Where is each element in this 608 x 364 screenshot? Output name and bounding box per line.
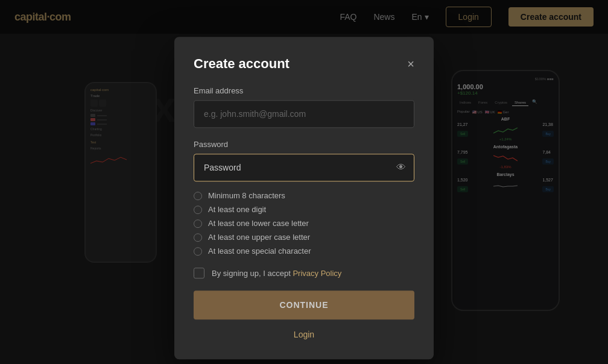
modal-header: Create account ×	[194, 56, 414, 72]
terms-checkbox[interactable]	[194, 268, 204, 278]
terms-text: By signing up, I accept Privacy Policy	[212, 269, 341, 278]
login-link[interactable]: Login	[294, 330, 314, 339]
toggle-password-icon[interactable]: 👁	[396, 162, 406, 173]
req-special: At least one special character	[194, 246, 414, 256]
req-min-chars: Minimum 8 characters	[194, 191, 414, 200]
req-lowercase: At least one lower case letter	[194, 219, 414, 228]
privacy-policy-link[interactable]: Privacy Policy	[293, 269, 341, 278]
req-circle-icon	[194, 206, 202, 214]
continue-button[interactable]: CONTINUE	[194, 290, 414, 319]
close-modal-button[interactable]: ×	[407, 58, 414, 70]
password-field-wrapper: 👁	[194, 154, 414, 181]
req-uppercase: At least one upper case letter	[194, 233, 414, 242]
password-input[interactable]	[194, 154, 414, 181]
req-circle-icon	[194, 233, 202, 242]
terms-row: By signing up, I accept Privacy Policy	[194, 268, 414, 278]
modal-title: Create account	[194, 56, 290, 72]
create-account-modal: Create account × Email address Password …	[174, 37, 434, 359]
login-link-row: Login	[194, 329, 414, 340]
email-label: Email address	[194, 86, 414, 95]
req-digit: At least one digit	[194, 205, 414, 214]
req-circle-icon	[194, 192, 202, 200]
password-requirements: Minimum 8 characters At least one digit …	[194, 191, 414, 256]
req-circle-icon	[194, 247, 202, 256]
req-circle-icon	[194, 219, 202, 228]
email-input[interactable]	[194, 100, 414, 128]
password-label: Password	[194, 140, 414, 149]
